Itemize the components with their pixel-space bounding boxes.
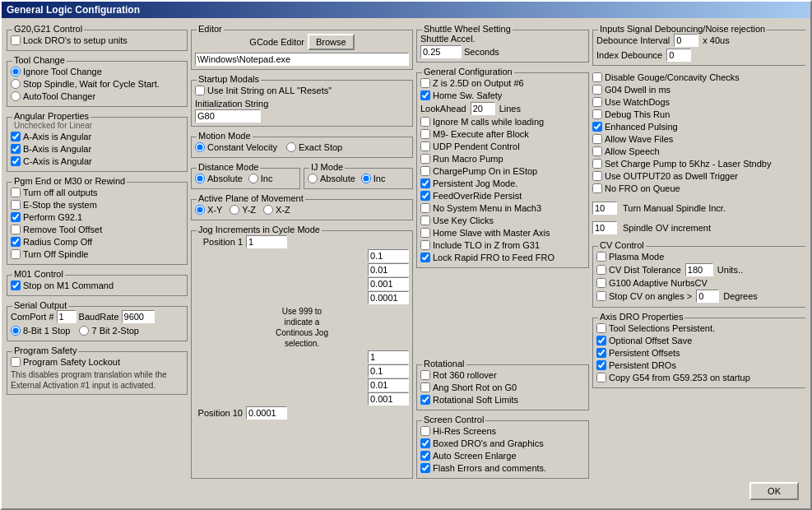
pgm-end-label: Pgm End or M30 or Rewind (12, 176, 127, 186)
allow-wave-checkbox[interactable] (592, 134, 602, 144)
exact-stop-radio[interactable] (286, 142, 296, 152)
chargepump-checkbox[interactable] (420, 166, 430, 176)
jog-pos2-input[interactable] (368, 249, 409, 262)
feedoverride-checkbox[interactable] (420, 191, 430, 201)
lock-dros-checkbox[interactable] (11, 35, 21, 45)
auto-tool-radio[interactable] (11, 91, 21, 101)
lookahead-label: LookAhead (420, 104, 466, 114)
ij-inc-radio[interactable] (361, 174, 371, 183)
plasma-mode-checkbox[interactable] (596, 252, 606, 262)
editor-path-input[interactable] (195, 53, 409, 66)
xy-radio[interactable] (195, 205, 205, 215)
jog-pos8-input[interactable] (368, 378, 409, 392)
browse-button[interactable]: Browse (308, 34, 355, 50)
safety-lockout-checkbox[interactable] (11, 357, 21, 367)
disable-gouge-checkbox[interactable] (592, 72, 602, 82)
ang-short-checkbox[interactable] (420, 382, 430, 392)
home-sw-checkbox[interactable] (420, 90, 430, 100)
stop-cv-input[interactable] (696, 290, 719, 303)
copy-g54-checkbox[interactable] (596, 373, 606, 382)
yz-label: Y-Z (242, 204, 256, 216)
7bit-radio[interactable] (79, 326, 89, 336)
screen-control-group: Screen Control Hi-Res Screens Boxed DRO'… (416, 420, 589, 479)
ok-button[interactable]: OK (749, 482, 799, 500)
jog-pos1-input[interactable] (246, 235, 287, 248)
comport-input[interactable] (57, 310, 77, 323)
allow-speech-checkbox[interactable] (592, 146, 602, 156)
z-2-5d-checkbox[interactable] (420, 78, 430, 88)
debug-this-checkbox[interactable] (592, 109, 602, 119)
dist-absolute-radio[interactable] (195, 174, 205, 183)
init-string-input[interactable] (195, 109, 261, 123)
radius-comp-checkbox[interactable] (11, 237, 21, 247)
optional-offset-checkbox[interactable] (596, 336, 606, 345)
auto-screen-checkbox[interactable] (420, 451, 430, 461)
stop-cv-checkbox[interactable] (596, 291, 606, 301)
ignore-m-calls-checkbox[interactable] (420, 117, 430, 127)
a-axis-checkbox[interactable] (11, 132, 21, 141)
debounce-input[interactable] (674, 34, 698, 47)
home-slave-checkbox[interactable] (420, 228, 430, 238)
flash-errors-checkbox[interactable] (420, 463, 430, 473)
no-fro-checkbox[interactable] (592, 183, 602, 193)
c-axis-checkbox[interactable] (11, 156, 21, 166)
m9-execute-checkbox[interactable] (420, 129, 430, 139)
ignore-tool-radio[interactable] (11, 67, 21, 76)
use-key-clicks-checkbox[interactable] (420, 216, 430, 225)
turn-manual-input[interactable] (592, 202, 617, 215)
rotational-soft-checkbox[interactable] (420, 395, 430, 405)
persistent-jog-checkbox[interactable] (420, 178, 430, 188)
jog-pos6-input[interactable] (368, 350, 409, 364)
turn-off-outputs-checkbox[interactable] (11, 188, 21, 197)
b-axis-checkbox[interactable] (11, 144, 21, 154)
8bit-radio[interactable] (11, 326, 21, 336)
ij-mode-label: IJ Mode (309, 162, 345, 172)
dist-inc-radio[interactable] (248, 174, 258, 183)
g100-adaptive-checkbox[interactable] (596, 278, 606, 288)
persistent-dros-checkbox[interactable] (596, 360, 606, 370)
jog-pos4-input[interactable] (368, 277, 409, 290)
lookahead-input[interactable] (471, 102, 495, 115)
set-charge-pump-checkbox[interactable] (592, 159, 602, 169)
use-init-checkbox[interactable] (195, 86, 205, 95)
tool-selections-checkbox[interactable] (596, 323, 606, 333)
enhanced-pulsing-checkbox[interactable] (592, 122, 602, 132)
remove-tool-checkbox[interactable] (11, 225, 21, 234)
yz-radio[interactable] (230, 205, 239, 215)
turn-off-spindle-checkbox[interactable] (11, 249, 21, 259)
lock-rapid-checkbox[interactable] (420, 253, 430, 262)
include-tlo-checkbox[interactable] (420, 240, 430, 250)
use-output20-checkbox[interactable] (592, 171, 602, 181)
baudrate-input[interactable] (122, 310, 155, 323)
unchecked-label: Unchecked for Linear (14, 121, 183, 130)
use-watchdogs-checkbox[interactable] (592, 97, 602, 107)
hi-res-checkbox[interactable] (420, 426, 430, 436)
shuttle-accel-input[interactable] (420, 45, 462, 58)
cv-dist-input[interactable] (685, 263, 713, 276)
jog-pos9-input[interactable] (368, 392, 409, 406)
xz-label: X-Z (276, 204, 290, 216)
stop-m1-checkbox[interactable] (11, 280, 21, 290)
rot360-checkbox[interactable] (420, 370, 430, 380)
udp-pendent-checkbox[interactable] (420, 141, 430, 151)
no-system-menu-checkbox[interactable] (420, 203, 430, 213)
constant-velocity-radio[interactable] (195, 142, 205, 152)
include-tlo-label: Include TLO in Z from G31 (433, 239, 540, 251)
xz-radio[interactable] (263, 205, 273, 215)
spindle-ov-input[interactable] (592, 221, 617, 234)
cv-dist-checkbox[interactable] (596, 265, 606, 275)
jog-pos7-input[interactable] (368, 364, 409, 378)
perform-g92-checkbox[interactable] (11, 212, 21, 222)
jog-pos10-input[interactable] (246, 406, 287, 420)
index-debounce-input[interactable] (666, 49, 691, 62)
persistent-offsets-checkbox[interactable] (596, 348, 606, 358)
e-stop-checkbox[interactable] (11, 200, 21, 210)
run-macro-checkbox[interactable] (420, 154, 430, 164)
boxed-dros-checkbox[interactable] (420, 438, 430, 448)
jog-pos3-input[interactable] (368, 263, 409, 276)
ij-absolute-radio[interactable] (308, 174, 318, 183)
jog-pos5-input[interactable] (368, 291, 409, 304)
stop-spindle-radio[interactable] (11, 79, 21, 89)
g04-dwell-checkbox[interactable] (592, 85, 602, 95)
baudrate-label: BaudRate (79, 312, 119, 322)
